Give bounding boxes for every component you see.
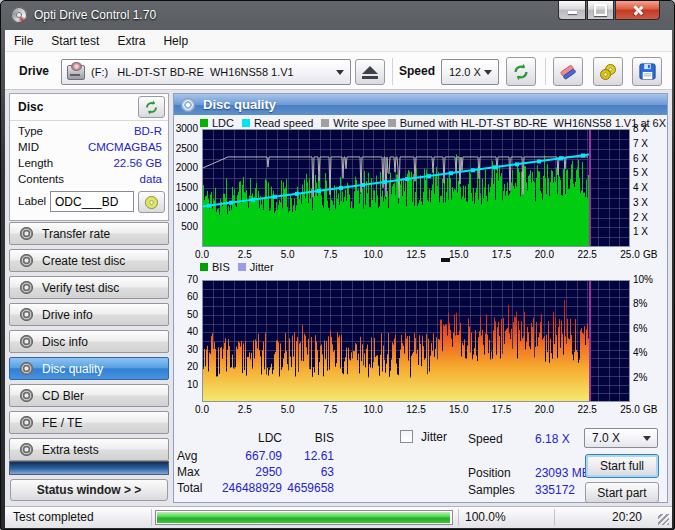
speed-label: Speed <box>399 64 435 78</box>
disc-burn-icon <box>144 195 159 210</box>
refresh-button[interactable] <box>506 57 536 86</box>
axis-tick-label: 7.5 <box>313 249 347 260</box>
write-speed-legend-swatch <box>321 119 329 127</box>
statusbar-divider <box>554 509 555 526</box>
eject-icon <box>362 66 378 79</box>
speed-select-value: 12.0 X <box>449 66 481 78</box>
write-label-button[interactable] <box>138 191 165 213</box>
axis-tick-label: 4 X <box>633 182 663 193</box>
sidebar-item-drive-info[interactable]: Drive info <box>9 303 169 326</box>
ldc-column-header: LDC <box>214 431 282 445</box>
max-bis-value: 63 <box>278 465 334 479</box>
axis-tick-label: 1000 <box>168 202 198 213</box>
axis-tick-label: 25.0 <box>613 404 647 415</box>
sidebar-item-extra-tests[interactable]: Extra tests <box>9 438 169 461</box>
eraser-icon <box>558 62 578 82</box>
sidebar-item-label: Verify test disc <box>42 281 119 295</box>
axis-tick-label: 12.5 <box>399 249 433 260</box>
avg-row-label: Avg <box>177 449 197 463</box>
save-button[interactable] <box>632 57 662 86</box>
disc-icon <box>20 362 33 375</box>
axis-tick-label: 70 <box>168 274 198 285</box>
axis-tick-label: 17.5 <box>485 249 519 260</box>
disc-icon <box>20 227 33 240</box>
speed-select[interactable]: 12.0 X <box>441 59 499 85</box>
status-text: Test completed <box>13 510 94 524</box>
disc-refresh-button[interactable] <box>138 96 165 118</box>
sidebar-item-label: Transfer rate <box>42 227 110 241</box>
title-bar[interactable]: Opti Drive Control 1.70 <box>1 1 674 30</box>
maximize-button[interactable] <box>587 1 614 20</box>
status-bar: Test completed 100.0% 20:20 <box>5 506 672 528</box>
sidebar-item-create-test-disc[interactable]: Create test disc <box>9 249 169 272</box>
drive-select[interactable]: (F:) HL-DT-ST BD-RE WH16NS58 1.V1 <box>61 59 351 85</box>
axis-tick-label: 0.0 <box>185 404 219 415</box>
maximize-icon <box>594 4 607 16</box>
write-speed-legend-label: Write spee <box>333 117 385 129</box>
axis-tick-label: 5 X <box>633 167 663 178</box>
sidebar-accent-strip <box>9 461 169 475</box>
menu-start-test[interactable]: Start test <box>42 30 108 51</box>
axis-tick-label: 2% <box>633 372 663 383</box>
ldc-legend-label: LDC <box>212 117 234 129</box>
resize-grip[interactable] <box>658 514 669 525</box>
sidebar-item-label: Disc info <box>42 335 88 349</box>
axis-tick-label: 22.5 <box>570 249 604 260</box>
status-window-button[interactable]: Status window > > <box>10 479 168 501</box>
disc-mid-label: MID <box>18 141 39 153</box>
chevron-down-icon <box>484 70 492 75</box>
axis-tick-label: 2 X <box>633 212 663 223</box>
max-ldc-value: 2950 <box>214 465 282 479</box>
ldc-legend-swatch <box>200 119 208 127</box>
axis-tick-label: 4% <box>633 347 663 358</box>
bis-legend-label: BIS <box>212 261 230 273</box>
disc-type-label: Type <box>18 125 43 137</box>
sidebar-item-disc-quality[interactable]: Disc quality <box>9 357 169 380</box>
axis-tick-label: 40 <box>168 326 198 337</box>
axis-tick-label: 60 <box>168 291 198 302</box>
test-speed-select[interactable]: 7.0 X <box>584 428 658 448</box>
bis-chart-legend: BIS Jitter <box>200 261 274 273</box>
menu-bar: File Start test Extra Help <box>5 30 672 52</box>
burned-with-legend-swatch <box>388 119 396 127</box>
erase-disc-button[interactable] <box>553 57 583 86</box>
sidebar-item-verify-test-disc[interactable]: Verify test disc <box>9 276 169 299</box>
start-full-label: Start full <box>600 459 644 473</box>
close-button[interactable] <box>615 1 660 20</box>
jitter-checkbox[interactable] <box>400 430 413 443</box>
axis-tick-label: 12.5 <box>399 404 433 415</box>
axis-tick-label: 0.0 <box>185 249 219 260</box>
disc-icon <box>20 308 33 321</box>
disc-label-input[interactable] <box>50 191 134 212</box>
sidebar-item-fe-te[interactable]: FE / TE <box>9 411 169 434</box>
panel-title: Disc quality <box>203 97 276 112</box>
speed-stat-label: Speed <box>468 432 503 446</box>
disc-quality-icon <box>181 98 195 112</box>
app-window: Opti Drive Control 1.70 File Start test … <box>0 0 675 530</box>
bis-column-header: BIS <box>278 431 334 445</box>
divider <box>10 120 168 121</box>
axis-tick-label: 50 <box>168 309 198 320</box>
sidebar-item-transfer-rate[interactable]: Transfer rate <box>9 222 169 245</box>
axis-tick-label: 10 <box>168 379 198 390</box>
menu-extra[interactable]: Extra <box>108 30 154 51</box>
disc-info-panel: Disc Type BD-R MID CMCMAGBA5 Length 22.5… <box>9 93 169 221</box>
disc-tools-button[interactable] <box>593 57 623 86</box>
start-part-button[interactable]: Start part <box>585 482 659 503</box>
sidebar-item-cd-bler[interactable]: CD Bler <box>9 384 169 407</box>
jitter-legend-label: Jitter <box>250 261 274 273</box>
menu-help[interactable]: Help <box>154 30 197 51</box>
sidebar-item-label: CD Bler <box>42 389 84 403</box>
axis-tick-label: 20 <box>168 361 198 372</box>
axis-tick-label: 25.0 <box>613 249 647 260</box>
eject-button[interactable] <box>355 59 385 85</box>
disc-quality-panel: Disc quality LDC Read speed Write spee B… <box>173 93 668 503</box>
refresh-icon <box>512 63 530 81</box>
read-speed-legend-swatch <box>242 119 250 127</box>
sidebar-item-disc-info[interactable]: Disc info <box>9 330 169 353</box>
start-full-button[interactable]: Start full <box>585 454 659 478</box>
toolbar-separator <box>392 58 393 85</box>
position-stat-label: Position <box>468 466 511 480</box>
minimize-button[interactable] <box>558 1 586 20</box>
menu-file[interactable]: File <box>5 30 42 51</box>
